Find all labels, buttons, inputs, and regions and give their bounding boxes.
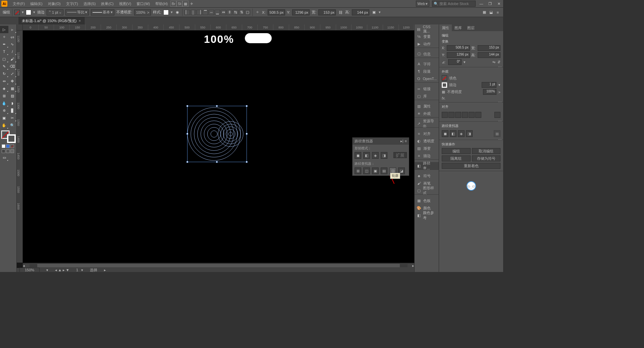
- zoom-select[interactable]: 150%: [19, 268, 40, 272]
- eraser-tool-icon[interactable]: ⌫: [8, 63, 17, 70]
- dock-opentype[interactable]: OOpenT...: [415, 75, 439, 82]
- dock-vars[interactable]: ℅变量: [415, 33, 439, 40]
- pf-minus-icon[interactable]: ◧: [450, 130, 457, 137]
- dist-v-icon[interactable]: ⇕: [227, 10, 232, 15]
- angle-input[interactable]: 0°: [448, 59, 462, 65]
- opacity-select[interactable]: 100% >: [134, 9, 151, 15]
- menu-edit[interactable]: 编辑(E): [28, 0, 45, 7]
- search-stock-input[interactable]: 🔍 搜索 Adobe Stock: [432, 1, 476, 7]
- align-right-icon[interactable]: ▕: [197, 10, 202, 15]
- prop-h-input[interactable]: 144 px: [478, 52, 500, 58]
- btn-group[interactable]: 编组: [442, 148, 471, 154]
- blend-tool-icon[interactable]: ◗: [8, 99, 17, 107]
- selection-box[interactable]: [187, 106, 247, 162]
- merge-icon[interactable]: ▣: [372, 167, 379, 174]
- btn-isolate[interactable]: 隔离组: [442, 155, 471, 161]
- workspace-select[interactable]: Web▾: [416, 1, 429, 7]
- gpu-icon[interactable]: ✈: [189, 1, 195, 7]
- brush-tool-icon[interactable]: 🖌: [8, 55, 17, 63]
- type-tool-icon[interactable]: T: [0, 48, 8, 55]
- mesh-tool-icon[interactable]: ⊞: [0, 92, 8, 99]
- slice-tool-icon[interactable]: ✂: [8, 114, 17, 122]
- dock-asset[interactable]: ↗资源导出: [415, 120, 439, 127]
- ruler-vertical[interactable]: 1100115012001250130013501400145015001550…: [17, 30, 23, 263]
- handle-icon[interactable]: [216, 105, 218, 107]
- gradient-tool-icon[interactable]: ▨: [8, 92, 17, 99]
- rectangle-tool-icon[interactable]: ▢: [0, 55, 8, 63]
- handle-icon[interactable]: [246, 105, 248, 107]
- align-right-icon[interactable]: [455, 112, 461, 118]
- eyedropper-tool-icon[interactable]: 💧: [0, 99, 8, 107]
- panel-header[interactable]: 路径查找器 ▸|≡: [353, 138, 409, 145]
- more-icon[interactable]: ⋯: [498, 100, 502, 105]
- dock-char[interactable]: A字符: [415, 60, 439, 68]
- link-wh-icon[interactable]: ⛓: [338, 10, 343, 15]
- align-left-icon[interactable]: ▏: [184, 10, 190, 15]
- pf-intersect-icon[interactable]: ◈: [458, 130, 465, 137]
- draw-normal-icon[interactable]: [2, 149, 5, 153]
- dock-gstyles[interactable]: ▢图形样式: [415, 187, 439, 194]
- symbol-sprayer-tool-icon[interactable]: ✲: [0, 107, 8, 114]
- intersect-icon[interactable]: ◈: [372, 152, 379, 159]
- y-input[interactable]: 1296 px: [292, 9, 310, 15]
- line-tool-icon[interactable]: /: [8, 48, 17, 55]
- divide-icon[interactable]: ⊞: [355, 167, 361, 174]
- stroke-swatch-icon[interactable]: [26, 10, 31, 15]
- selection-tool-icon[interactable]: ▷: [0, 26, 8, 33]
- arrange-docs-icon[interactable]: ▦: [182, 1, 189, 7]
- align-top-icon[interactable]: [462, 112, 468, 118]
- exclude-icon[interactable]: ◨: [381, 152, 387, 159]
- color-mode-solid-icon[interactable]: [2, 144, 5, 148]
- x-input[interactable]: 508.5 px: [268, 9, 285, 15]
- prop-w-input[interactable]: 153 px: [478, 45, 500, 51]
- align-vc-icon[interactable]: [469, 112, 475, 118]
- align-bottom-icon[interactable]: [475, 112, 481, 118]
- more-icon[interactable]: ⋯: [498, 138, 502, 142]
- menu-select[interactable]: 选择(S): [81, 0, 99, 7]
- pathfinder-panel[interactable]: 路径查找器 ▸|≡ 形状模式： ◼ ◧ ◈ ◨ 扩展 路径查找器： ⊞ ◫ ▣ …: [352, 137, 409, 176]
- handle-icon[interactable]: [246, 161, 248, 163]
- curvature-tool-icon[interactable]: ∿: [8, 41, 17, 48]
- more-icon[interactable]: ≡: [495, 10, 500, 15]
- menu-file[interactable]: 文件(F): [10, 0, 28, 7]
- handle-icon[interactable]: [186, 105, 188, 107]
- dock-lib[interactable]: ▢库: [415, 92, 439, 100]
- tab-properties[interactable]: 属性: [439, 24, 452, 31]
- menu-effect[interactable]: 效果(C): [98, 0, 116, 7]
- dock-info[interactable]: ⓘ信息: [415, 50, 439, 58]
- menu-window[interactable]: 窗口(W): [134, 0, 153, 7]
- fx-label[interactable]: fx.: [442, 96, 500, 100]
- nav-arrows[interactable]: ◂ ▲ ▸ ▼: [55, 268, 69, 272]
- perspective-tool-icon[interactable]: ▦: [8, 85, 17, 92]
- unite-icon[interactable]: ◼: [355, 152, 361, 159]
- fill-swatch-icon[interactable]: [14, 10, 20, 15]
- dock-props[interactable]: ▥属性: [415, 102, 439, 110]
- dock-align[interactable]: ≡对齐: [415, 130, 439, 137]
- minimize-icon[interactable]: —: [478, 2, 484, 6]
- handle-icon[interactable]: [246, 133, 248, 135]
- menu-icon[interactable]: ≡: [405, 139, 407, 143]
- collapse-icon[interactable]: ▸|: [400, 139, 404, 143]
- align-to-icon[interactable]: [494, 112, 500, 118]
- dock-transp[interactable]: ◐透明度: [415, 137, 439, 145]
- lasso-tool-icon[interactable]: ᔕ: [8, 33, 17, 41]
- scale-tool-icon[interactable]: ⤢: [8, 70, 17, 77]
- align-left-icon[interactable]: [442, 112, 448, 118]
- pf-exclude-icon[interactable]: ◨: [466, 130, 473, 137]
- dock-css[interactable]: ▤CSS 属...: [415, 25, 439, 33]
- shape-builder-tool-icon[interactable]: ◈: [0, 85, 8, 92]
- align-hc-icon[interactable]: [448, 112, 454, 118]
- btn-savesym[interactable]: 存储为符号: [472, 155, 501, 161]
- dist-h-icon[interactable]: ⇔: [221, 10, 226, 15]
- color-mode-none-icon[interactable]: [10, 144, 14, 148]
- handle-icon[interactable]: [186, 133, 188, 135]
- artboard-tool-icon[interactable]: ▣: [0, 114, 8, 122]
- draw-behind-icon[interactable]: [6, 149, 10, 153]
- bridge-icon[interactable]: Br: [170, 1, 176, 7]
- dock-actions[interactable]: ▶动作: [415, 40, 439, 48]
- stroke-dash-select[interactable]: 等比▾: [65, 9, 89, 15]
- edit-icon[interactable]: ⬓: [488, 10, 494, 15]
- align-top-icon[interactable]: ▔: [203, 10, 208, 15]
- direct-selection-tool-icon[interactable]: ▹: [8, 26, 17, 33]
- ruler-corner[interactable]: [17, 24, 23, 30]
